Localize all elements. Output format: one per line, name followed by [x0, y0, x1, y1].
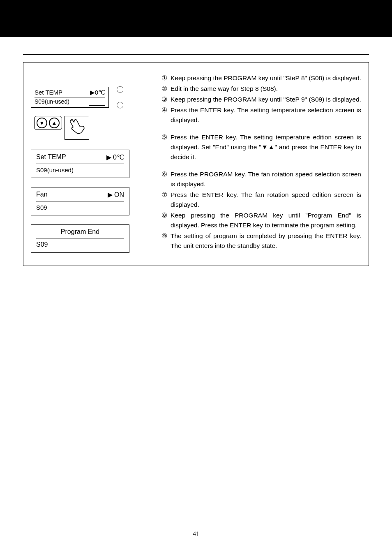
led-indicator-icon: 〇	[116, 100, 124, 110]
step-number: ③	[161, 95, 171, 104]
step-number: ⑨	[161, 231, 171, 251]
hand-pointer-icon	[67, 118, 86, 138]
step-text: Keep pressing the PROGRAM key until "Pro…	[171, 210, 361, 230]
hand-press-frame	[65, 116, 89, 140]
lcd-value: ▶ 0℃	[106, 153, 124, 161]
step-number: ⑥	[161, 169, 171, 189]
arrow-keys-frame: ▼ ▲	[34, 116, 62, 130]
step-text: Edit in the same way for Step 8 (S08).	[171, 84, 361, 94]
illustration-column: Set TEMP ▶0℃ S09(un-used) 〇 〇 ▼ ▲	[31, 73, 154, 258]
step-number: ②	[161, 84, 171, 94]
lcd-sub: S09(un-used)	[36, 166, 124, 173]
lcd-label: Set TEMP	[35, 89, 62, 96]
lcd-fan: Fan ▶ ON S09	[31, 187, 129, 215]
lcd-program-end: Program End S09	[31, 224, 129, 253]
step-text: Press the PROGRAM key. The fan rotation …	[171, 169, 361, 189]
up-arrow-icon: ▲	[51, 120, 57, 126]
up-arrow-button[interactable]: ▲	[49, 118, 60, 128]
instruction-panel: Set TEMP ▶0℃ S09(un-used) 〇 〇 ▼ ▲	[23, 62, 369, 266]
step-text: Press the ENTER key. The fan rotation sp…	[171, 190, 361, 210]
lcd-sub: S09	[36, 241, 124, 248]
step-number: ④	[161, 105, 171, 125]
led-indicator-icon: 〇	[116, 85, 124, 95]
lcd-empty-field	[89, 98, 105, 106]
step-number: ⑤	[161, 132, 171, 162]
lcd-label: Fan	[36, 191, 48, 199]
step-text: Keep pressing the PROGRAM key until "Ste…	[171, 95, 361, 104]
step-text: The setting of program is completed by p…	[171, 231, 361, 251]
down-arrow-icon: ▼	[39, 120, 45, 126]
step-text: Press the ENTER key. The setting tempera…	[171, 105, 361, 125]
lcd-value: ▶0℃	[90, 89, 105, 96]
lcd-set-temp: Set TEMP ▶ 0℃ S09(un-used)	[31, 150, 129, 178]
step-number: ⑧	[161, 210, 171, 230]
lcd-label: Program End	[36, 228, 124, 238]
down-arrow-button[interactable]: ▼	[37, 118, 47, 128]
section-divider	[23, 54, 369, 55]
step-number: ①	[161, 73, 171, 83]
lcd-label: Set TEMP	[36, 153, 66, 161]
step-text: Keep pressing the PROGRAM key until "Ste…	[171, 73, 361, 83]
header-black-band	[0, 0, 392, 37]
step-text: Press the ENTER key. The setting tempera…	[171, 132, 361, 162]
steps-column: ①Keep pressing the PROGRAM key until "St…	[161, 73, 361, 258]
lcd-set-temp-small: Set TEMP ▶0℃ S09(un-used)	[31, 87, 109, 108]
step-number: ⑦	[161, 190, 171, 210]
page-number: 41	[0, 530, 392, 538]
lcd-sub: S09(un-used)	[35, 98, 69, 106]
lcd-value: ▶ ON	[108, 191, 124, 199]
lcd-sub: S09	[36, 204, 124, 211]
